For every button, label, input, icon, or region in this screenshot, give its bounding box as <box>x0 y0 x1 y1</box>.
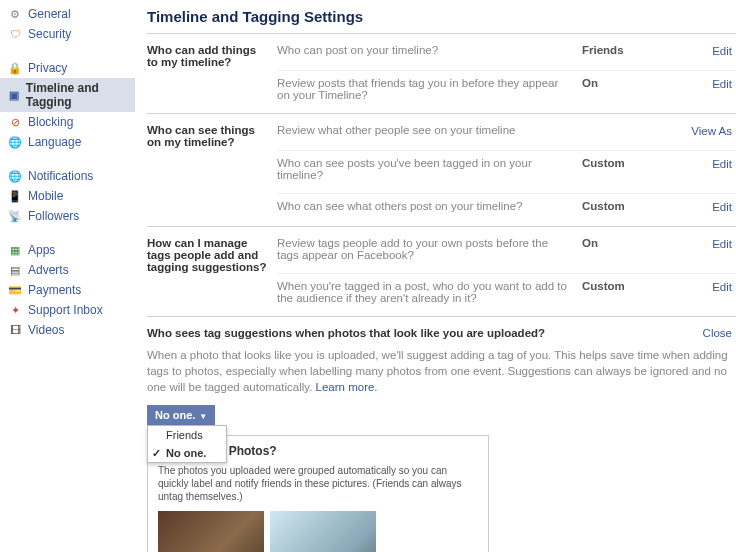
timeline-and-tagging-icon: ▣ <box>8 88 20 102</box>
setting-row: Who can see posts you've been tagged in … <box>277 150 736 193</box>
sidebar-item-notifications[interactable]: 🌐Notifications <box>0 166 135 186</box>
edit-link[interactable]: Edit <box>712 78 732 90</box>
sidebar-item-payments[interactable]: 💳Payments <box>0 280 135 300</box>
settings-sidebar: ⚙General🛡Security🔒Privacy▣Timeline and T… <box>0 0 135 552</box>
sidebar-item-language[interactable]: 🌐Language <box>0 132 135 152</box>
sidebar-item-label: Apps <box>28 243 55 257</box>
language-icon: 🌐 <box>8 135 22 149</box>
dropdown-option[interactable]: No one. <box>148 444 226 462</box>
mobile-icon: 📱 <box>8 189 22 203</box>
sidebar-item-label: Adverts <box>28 263 69 277</box>
section-heading: How can I manage tags people add and tag… <box>147 237 277 316</box>
sidebar-item-videos[interactable]: 🎞Videos <box>0 320 135 340</box>
videos-icon: 🎞 <box>8 323 22 337</box>
blocking-icon: ⊘ <box>8 115 22 129</box>
sidebar-item-label: Videos <box>28 323 64 337</box>
adverts-icon: ▤ <box>8 263 22 277</box>
sidebar-item-followers[interactable]: 📡Followers <box>0 206 135 226</box>
sidebar-item-label: Language <box>28 135 81 149</box>
expanded-title: Who sees tag suggestions when photos tha… <box>147 327 545 339</box>
audience-dropdown-button[interactable]: No one.▼ <box>147 405 215 425</box>
setting-question: Review tags people add to your own posts… <box>277 237 582 261</box>
dropdown-option[interactable]: Friends <box>148 426 226 444</box>
sidebar-item-label: Blocking <box>28 115 73 129</box>
sidebar-item-support-inbox[interactable]: ✦Support Inbox <box>0 300 135 320</box>
support-inbox-icon: ✦ <box>8 303 22 317</box>
notifications-icon: 🌐 <box>8 169 22 183</box>
chevron-down-icon: ▼ <box>199 412 207 421</box>
setting-value: On <box>582 237 672 249</box>
setting-value: Custom <box>582 157 672 169</box>
sidebar-item-apps[interactable]: ▦Apps <box>0 240 135 260</box>
setting-value: Custom <box>582 280 672 292</box>
photo-thumbnail[interactable] <box>158 511 264 552</box>
edit-link[interactable]: Edit <box>712 238 732 250</box>
setting-question: Who can see posts you've been tagged in … <box>277 157 582 181</box>
photo-item: Albert Hong✕ <box>270 511 376 552</box>
apps-icon: ▦ <box>8 243 22 257</box>
general-icon: ⚙ <box>8 7 22 21</box>
section-heading: Who can see things on my timeline? <box>147 124 277 226</box>
settings-section: Who can see things on my timeline?Review… <box>147 113 736 226</box>
sidebar-item-label: Security <box>28 27 71 41</box>
setting-row: Review posts that friends tag you in bef… <box>277 70 736 113</box>
setting-row: When you're tagged in a post, who do you… <box>277 273 736 316</box>
sidebar-item-label: Support Inbox <box>28 303 103 317</box>
section-heading: Who can add things to my timeline? <box>147 44 277 113</box>
sidebar-item-label: Timeline and Tagging <box>26 81 129 109</box>
edit-link[interactable]: Edit <box>712 45 732 57</box>
setting-value: On <box>582 77 672 89</box>
security-icon: 🛡 <box>8 27 22 41</box>
sidebar-item-privacy[interactable]: 🔒Privacy <box>0 58 135 78</box>
sidebar-item-timeline-and-tagging[interactable]: ▣Timeline and Tagging <box>0 78 135 112</box>
setting-question: Review what other people see on your tim… <box>277 124 582 136</box>
setting-question: When you're tagged in a post, who do you… <box>277 280 582 304</box>
learn-more-link[interactable]: Learn more. <box>316 381 378 393</box>
view-as-link[interactable]: View As <box>691 125 732 137</box>
setting-row: Review what other people see on your tim… <box>277 124 736 150</box>
close-link[interactable]: Close <box>703 327 732 339</box>
edit-link[interactable]: Edit <box>712 158 732 170</box>
photo-thumbnail[interactable] <box>270 511 376 552</box>
photo-item: Albert Hong✕ <box>158 511 264 552</box>
sidebar-item-general[interactable]: ⚙General <box>0 4 135 24</box>
sidebar-item-mobile[interactable]: 📱Mobile <box>0 186 135 206</box>
settings-section: Who can add things to my timeline?Who ca… <box>147 33 736 113</box>
expanded-setting: Who sees tag suggestions when photos tha… <box>147 316 736 552</box>
sidebar-item-blocking[interactable]: ⊘Blocking <box>0 112 135 132</box>
expanded-description: When a photo that looks like you is uplo… <box>147 347 732 395</box>
setting-question: Review posts that friends tag you in bef… <box>277 77 582 101</box>
page-title: Timeline and Tagging Settings <box>147 8 736 33</box>
setting-row: Who can post on your timeline?FriendsEdi… <box>277 44 736 70</box>
preview-subtext: The photos you uploaded were grouped aut… <box>158 464 478 503</box>
audience-dropdown-menu: FriendsNo one. <box>147 425 227 463</box>
settings-section: How can I manage tags people add and tag… <box>147 226 736 316</box>
main-content: Timeline and Tagging Settings Who can ad… <box>135 0 736 552</box>
setting-row: Review tags people add to your own posts… <box>277 237 736 273</box>
setting-row: Who can see what others post on your tim… <box>277 193 736 226</box>
followers-icon: 📡 <box>8 209 22 223</box>
sidebar-item-label: Payments <box>28 283 81 297</box>
sidebar-item-label: General <box>28 7 71 21</box>
setting-question: Who can post on your timeline? <box>277 44 582 56</box>
sidebar-item-label: Mobile <box>28 189 63 203</box>
sidebar-item-label: Notifications <box>28 169 93 183</box>
preview-heading: hese Photos? <box>198 444 478 458</box>
edit-link[interactable]: Edit <box>712 201 732 213</box>
setting-value: Custom <box>582 200 672 212</box>
payments-icon: 💳 <box>8 283 22 297</box>
privacy-icon: 🔒 <box>8 61 22 75</box>
sidebar-item-label: Privacy <box>28 61 67 75</box>
sidebar-item-security[interactable]: 🛡Security <box>0 24 135 44</box>
sidebar-item-label: Followers <box>28 209 79 223</box>
setting-value: Friends <box>582 44 672 56</box>
edit-link[interactable]: Edit <box>712 281 732 293</box>
setting-question: Who can see what others post on your tim… <box>277 200 582 212</box>
sidebar-item-adverts[interactable]: ▤Adverts <box>0 260 135 280</box>
